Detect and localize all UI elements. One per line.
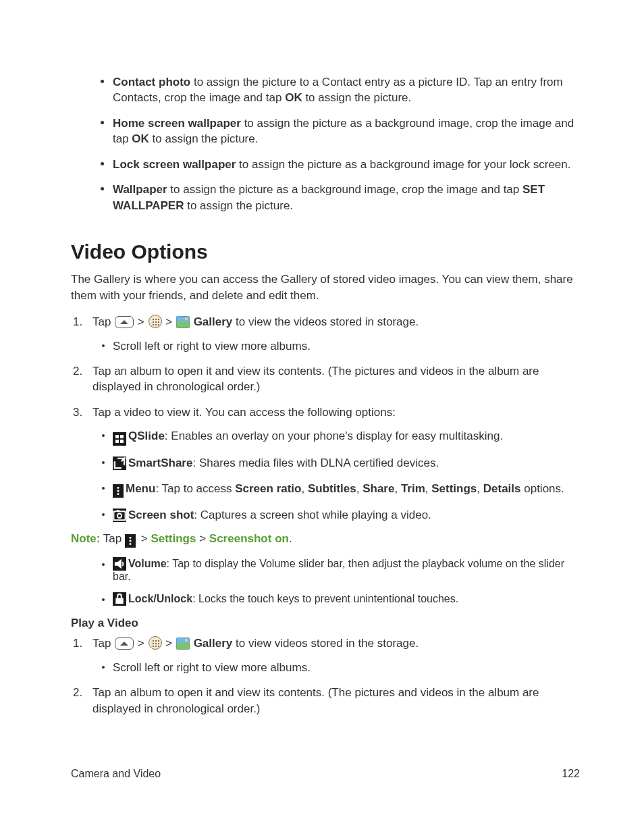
step-3: Tap a video to view it. You can access t… bbox=[86, 405, 580, 523]
footer-section: Camera and Video bbox=[71, 768, 161, 780]
section-heading-video-options: Video Options bbox=[71, 240, 580, 263]
volume-icon bbox=[113, 557, 126, 571]
menu-icon bbox=[125, 534, 136, 548]
svg-point-1 bbox=[117, 513, 122, 517]
apps-icon bbox=[149, 636, 162, 650]
option-qslide: QSlide: Enables an overlay on your phone… bbox=[113, 428, 580, 446]
option-wallpaper: Wallpaper to assign the picture as a bac… bbox=[113, 182, 580, 213]
step-1: Tap > > Gallery to view the videos store… bbox=[86, 314, 580, 354]
screenshot-note: Note: Tap > Settings > Screenshot on. bbox=[71, 532, 580, 548]
option-contact-photo: Contact photo to assign the picture to a… bbox=[113, 74, 580, 106]
step-2: Tap an album to open it and view its con… bbox=[86, 363, 580, 395]
play-a-video-heading: Play a Video bbox=[71, 617, 580, 630]
option-volume: Volume: Tap to display the Volume slider… bbox=[113, 557, 580, 583]
play-step-2: Tap an album to open it and view its con… bbox=[86, 685, 580, 716]
option-lock-wallpaper: Lock screen wallpaper to assign the pict… bbox=[113, 157, 580, 172]
video-options-steps: Tap > > Gallery to view the videos store… bbox=[71, 314, 580, 523]
svg-rect-2 bbox=[117, 510, 119, 512]
play-step-1: Tap > > Gallery to view videos stored in… bbox=[86, 635, 580, 675]
menu-icon bbox=[113, 484, 124, 498]
footer-page-number: 122 bbox=[562, 768, 580, 780]
svg-rect-0 bbox=[113, 511, 125, 520]
option-smartshare: SmartShare: Shares media files with DLNA… bbox=[113, 455, 580, 471]
option-menu: Menu: Tap to access Screen ratio, Subtit… bbox=[113, 481, 580, 498]
apps-icon bbox=[149, 315, 162, 328]
smartshare-icon bbox=[113, 457, 126, 470]
step-1-sub: Scroll left or right to view more albums… bbox=[113, 338, 580, 354]
video-options-intro: The Gallery is where you can access the … bbox=[71, 271, 580, 303]
page-footer: Camera and Video 122 bbox=[71, 768, 580, 780]
svg-rect-3 bbox=[115, 598, 123, 604]
gallery-icon bbox=[176, 637, 190, 650]
option-lock: Lock/Unlock: Locks the touch keys to pre… bbox=[113, 592, 580, 606]
option-screenshot: Screen shot: Captures a screen shot whil… bbox=[113, 507, 580, 523]
play-video-steps: Tap > > Gallery to view videos stored in… bbox=[71, 635, 580, 716]
option-home-wallpaper: Home screen wallpaper to assign the pict… bbox=[113, 115, 580, 147]
play-step-1-sub: Scroll left or right to view more albums… bbox=[113, 660, 580, 675]
home-icon bbox=[115, 637, 134, 650]
lock-icon bbox=[113, 592, 126, 606]
gallery-icon bbox=[176, 316, 190, 328]
video-player-options: QSlide: Enables an overlay on your phone… bbox=[92, 428, 580, 523]
qslide-icon bbox=[113, 432, 126, 446]
set-picture-as-options: Contact photo to assign the picture to a… bbox=[71, 74, 580, 213]
home-icon bbox=[115, 316, 134, 328]
video-player-options-cont: Volume: Tap to display the Volume slider… bbox=[71, 557, 580, 606]
screenshot-icon bbox=[113, 509, 126, 522]
